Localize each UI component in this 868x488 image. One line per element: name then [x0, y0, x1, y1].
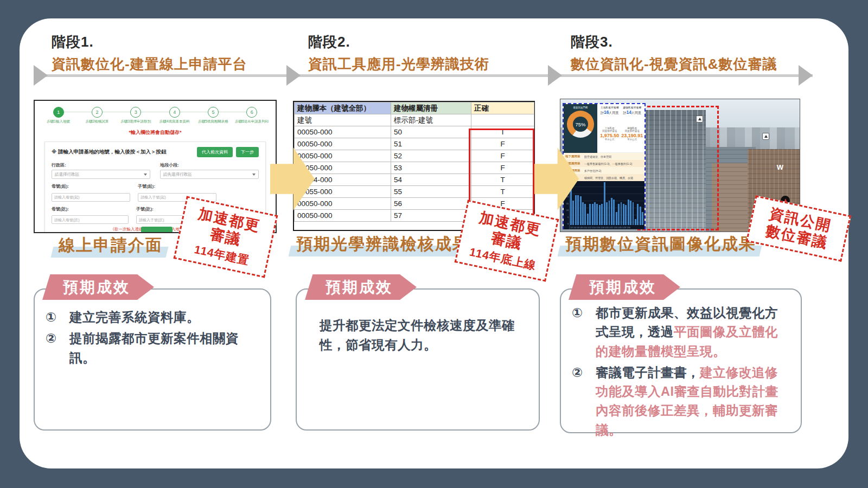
ocr-cell: T: [471, 186, 534, 198]
district-select-value: 請選擇行政區: [55, 172, 79, 177]
consent-donut-chart: 75%: [567, 111, 594, 138]
fill-previous-data-button[interactable]: 代入前次資料: [197, 147, 233, 157]
stepper-step-3[interactable]: 3 步驟3選擇申請類別: [117, 106, 155, 124]
stage-timeline: [36, 74, 813, 77]
timeline-arrow-icon: [799, 65, 813, 86]
item-number: ①: [46, 308, 63, 327]
chevron-down-icon: [144, 174, 147, 176]
submit-button-partial[interactable]: [141, 227, 173, 232]
next-step-button[interactable]: 下一步: [236, 147, 259, 157]
step-label: 步驟1輸入地號: [39, 119, 78, 124]
ocr-cell: F: [471, 150, 534, 162]
ocr-subheader: 標示部-建號: [391, 114, 471, 126]
step-circle: 4: [169, 107, 180, 118]
consent-stats-panel: 最新同意門檻 75% 土地私有所有權 計16人同意 建物私有所有權 計14人同意…: [563, 103, 646, 229]
section-select[interactable]: 請先選擇行政區: [160, 170, 259, 179]
stage3-effects-box: ① 都市更新成果、效益以視覺化方式呈現，透過平面圖像及立體化的建物量體模型呈現。…: [560, 288, 802, 433]
stage3-header: 階段3. 數位資訊化-視覺資訊&數位審議: [571, 33, 814, 74]
ocr-header-ownership: 建物權屬清冊: [391, 102, 471, 114]
ocr-cell: 50: [391, 126, 471, 138]
table-row: 00054-000 54 T: [295, 174, 534, 186]
list-item: ② 提前揭露都市更新案件相關資訊。: [46, 329, 259, 368]
step-label: 步驟5填寫相關表格: [194, 119, 232, 124]
table-row: 00050-000 52 F: [295, 150, 534, 162]
ocr-cell: 00050-000: [295, 210, 391, 222]
autosave-note: *輸入欄位將會自動儲存*: [35, 129, 276, 136]
item-text: 都市更新成果、效益以視覺化方式呈現，透過平面圖像及立體化的建物量體模型呈現。: [596, 304, 790, 361]
stat-number: 23,190.91: [621, 133, 644, 138]
consent-stats: 土地私有所有權 計16人同意 建物私有所有權 計14人同意 土地私有 同意面積需…: [597, 104, 644, 153]
stat-unit: 平方公尺: [621, 138, 644, 141]
form-instruction: ※ 請輸入申請基地的地號，輸入後按＜加入＞按鈕: [52, 149, 194, 156]
table-row: 00050-000 53 F: [295, 162, 534, 174]
section-select-value: 請先選擇行政區: [163, 172, 192, 177]
list-item: ② 審議電子計畫書，建立修改追修功能及導入AI審查自動比對計畫內容前後修正差異，…: [572, 363, 790, 440]
table-row: 00050-000 51 F: [295, 138, 534, 150]
step-circle: 5: [208, 107, 219, 118]
list-item: 地面層用途 一般零售業場所(G-3)、一般事務所(G-2): [564, 160, 644, 167]
ocr-cell: 57: [391, 210, 471, 222]
district-select[interactable]: 請選擇行政區: [52, 170, 150, 179]
step-label: 步驟6送出申請及列印: [233, 119, 271, 124]
stat-title: 建物私有所有權: [621, 106, 644, 109]
selected-building-outline: [637, 106, 719, 230]
ocr-cell: 00050-000: [295, 150, 391, 162]
step-label: 步驟3選擇申請類別: [117, 119, 155, 124]
stage2-header: 階段2. 資訊工具應用-光學辨識技術: [308, 33, 551, 74]
mother-end-input[interactable]: [52, 215, 129, 224]
stage2-caption: 預期光學辨識檢核成果: [293, 233, 473, 255]
list-item: ① 都市更新成果、效益以視覺化方式呈現，透過平面圖像及立體化的建物量體模型呈現。: [572, 304, 790, 361]
hotel-sign: W: [777, 163, 783, 171]
usage-value: 多戶住宅(H-2): [584, 169, 644, 172]
item-text: 提升都更法定文件檢核速度及準確性，節省現有人力。: [308, 308, 528, 355]
step-circle: 6: [246, 107, 257, 118]
ocr-header-correct: 正確: [471, 102, 534, 114]
table-row: 00055-000 55 T: [295, 186, 534, 198]
timeline-arrow-icon: [34, 65, 48, 86]
ocr-subheader: [471, 114, 534, 126]
ocr-result-table: 建物謄本（建號全部） 建物權屬清冊 正確 建號 標示部-建號 00050-000…: [294, 102, 534, 222]
item-number: ②: [46, 329, 63, 368]
ocr-cell: 00050-000: [295, 198, 391, 210]
stepper-step-2[interactable]: 2 步驟2檢核試算: [78, 106, 116, 124]
ocr-cell: 00050-000: [295, 138, 391, 150]
map-marker-icon[interactable]: [696, 115, 703, 123]
mother-start-label: 母號(起):: [52, 183, 130, 189]
stat-value: 計14人同意: [621, 110, 644, 115]
mother-start-input[interactable]: [52, 193, 130, 202]
usage-value: 樓梯間、管理室、消防水箱、機房、水箱: [584, 176, 644, 179]
district-label: 行政區:: [52, 162, 150, 168]
step-circle: 2: [92, 107, 103, 118]
list-item: ① 建立完善系統資料庫。: [46, 308, 259, 327]
stage2-subtitle: 資訊工具應用-光學辨識技術: [308, 55, 551, 74]
stage1-caption: 線上申請介面: [55, 234, 166, 256]
stage2-label: 階段2.: [308, 33, 551, 52]
ocr-cell: 00050-000: [295, 126, 391, 138]
mother-end-label: 母號(訖):: [52, 206, 129, 212]
timeline-arrow-icon: [286, 65, 301, 86]
usage-label: 地下層用途: [564, 155, 584, 158]
mini-bar-chart: 302520151050 1/2 1/4 1/6 1/8 1/10 1/12 1…: [564, 181, 644, 229]
table-row: 建號 標示部-建號: [295, 114, 534, 126]
mini-bar-chart-xlabels: 1/2 1/4 1/6 1/8 1/10 1/12 1/14 1/16 1/18…: [570, 227, 643, 229]
stepper-step-4[interactable]: 4 步驟4填寫基本資料: [155, 106, 194, 124]
ocr-cell: 51: [391, 138, 471, 150]
stage1-header: 階段1. 資訊數位化-建置線上申請平台: [52, 33, 295, 74]
stepper-step-1[interactable]: 1 步驟1輸入地號: [39, 106, 78, 124]
item-number: ②: [572, 363, 589, 440]
stat-subtitle: 同意面積需達: [621, 130, 644, 132]
stepper-step-6[interactable]: 6 步驟6送出申請及列印: [233, 106, 271, 124]
stage3-label: 階段3.: [571, 33, 814, 52]
stat-number: 1,975.50: [598, 133, 621, 138]
item-number: ①: [572, 304, 589, 361]
step-circle: 3: [130, 107, 141, 118]
ocr-subheader: 建號: [295, 114, 391, 126]
stage3-caption: 預期數位資訊圖像化成果: [562, 233, 760, 255]
map-marker-icon[interactable]: [762, 133, 769, 140]
ocr-cell: 55: [391, 186, 471, 198]
stat-unit: 平方公尺: [598, 138, 621, 141]
stage3-subtitle: 數位資訊化-視覺資訊&數位審議: [571, 55, 814, 74]
child-start-label: 子號(起):: [138, 183, 216, 189]
stepper-step-5[interactable]: 5 步驟5填寫相關表格: [194, 106, 232, 124]
ocr-header-transcript: 建物謄本（建號全部）: [295, 102, 391, 114]
